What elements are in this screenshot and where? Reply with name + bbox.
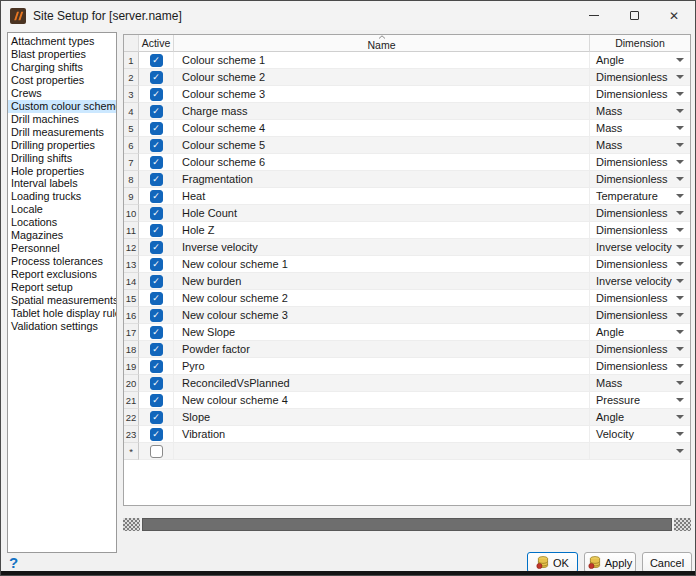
name-cell[interactable] bbox=[174, 443, 590, 460]
checkbox-checked[interactable]: ✓ bbox=[150, 292, 163, 305]
name-cell[interactable]: Colour scheme 4 bbox=[174, 120, 590, 137]
name-cell[interactable]: Hole Z bbox=[174, 222, 590, 239]
header-row-selector[interactable] bbox=[124, 35, 139, 52]
row-header-cell[interactable]: 7 bbox=[124, 154, 139, 171]
name-cell[interactable]: New colour scheme 3 bbox=[174, 307, 590, 324]
dimension-cell[interactable]: Dimensionless bbox=[590, 222, 690, 239]
sidebar-item[interactable]: Drilling properties bbox=[8, 139, 116, 152]
sidebar-item[interactable]: Drilling shifts bbox=[8, 152, 116, 165]
name-cell[interactable]: New colour scheme 2 bbox=[174, 290, 590, 307]
name-cell[interactable]: New colour scheme 1 bbox=[174, 256, 590, 273]
checkbox-checked[interactable]: ✓ bbox=[150, 326, 163, 339]
checkbox-checked[interactable]: ✓ bbox=[150, 411, 163, 424]
dropdown-arrow-icon[interactable] bbox=[676, 347, 684, 351]
checkbox-checked[interactable]: ✓ bbox=[150, 241, 163, 254]
checkbox-checked[interactable]: ✓ bbox=[150, 275, 163, 288]
dropdown-arrow-icon[interactable] bbox=[676, 313, 684, 317]
name-cell[interactable]: Heat bbox=[174, 188, 590, 205]
row-header-cell[interactable]: 14 bbox=[124, 273, 139, 290]
sidebar-item[interactable]: Process tolerances bbox=[8, 255, 116, 268]
close-button[interactable]: ✕ bbox=[654, 1, 694, 30]
row-header-cell[interactable]: 8 bbox=[124, 171, 139, 188]
name-cell[interactable]: Charge mass bbox=[174, 103, 590, 120]
sidebar-item[interactable]: Charging shifts bbox=[8, 61, 116, 74]
scroll-left-button[interactable] bbox=[123, 518, 140, 531]
sidebar-item[interactable]: Cost properties bbox=[8, 74, 116, 87]
dimension-cell[interactable]: Temperature bbox=[590, 188, 690, 205]
dropdown-arrow-icon[interactable] bbox=[676, 364, 684, 368]
dropdown-arrow-icon[interactable] bbox=[676, 177, 684, 181]
name-cell[interactable]: ReconciledVsPlanned bbox=[174, 375, 590, 392]
sidebar-item[interactable]: Report exclusions bbox=[8, 268, 116, 281]
row-header-cell[interactable]: 21 bbox=[124, 392, 139, 409]
checkbox-checked[interactable]: ✓ bbox=[150, 54, 163, 67]
dimension-cell[interactable]: Mass bbox=[590, 137, 690, 154]
row-header-cell[interactable]: 13 bbox=[124, 256, 139, 273]
row-header-cell[interactable]: 20 bbox=[124, 375, 139, 392]
dimension-cell[interactable]: Pressure bbox=[590, 392, 690, 409]
dropdown-arrow-icon[interactable] bbox=[676, 211, 684, 215]
name-cell[interactable]: Pyro bbox=[174, 358, 590, 375]
sidebar-item[interactable]: Tablet hole display rules bbox=[8, 307, 116, 320]
row-header-cell[interactable]: 17 bbox=[124, 324, 139, 341]
checkbox-checked[interactable]: ✓ bbox=[150, 156, 163, 169]
sidebar-item[interactable]: Blast properties bbox=[8, 48, 116, 61]
sidebar-item[interactable]: Interval labels bbox=[8, 177, 116, 190]
checkbox-checked[interactable]: ✓ bbox=[150, 343, 163, 356]
dimension-cell[interactable]: Mass bbox=[590, 375, 690, 392]
dimension-cell[interactable]: Dimensionless bbox=[590, 256, 690, 273]
row-header-cell[interactable]: 18 bbox=[124, 341, 139, 358]
dimension-cell[interactable]: Dimensionless bbox=[590, 86, 690, 103]
sidebar-item[interactable]: Locations bbox=[8, 216, 116, 229]
dropdown-arrow-icon[interactable] bbox=[676, 92, 684, 96]
name-cell[interactable]: New colour scheme 4 bbox=[174, 392, 590, 409]
checkbox-checked[interactable]: ✓ bbox=[150, 309, 163, 322]
sidebar-item[interactable]: Personnel bbox=[8, 242, 116, 255]
row-header-cell[interactable]: 16 bbox=[124, 307, 139, 324]
name-cell[interactable]: Colour scheme 6 bbox=[174, 154, 590, 171]
name-cell[interactable]: Colour scheme 5 bbox=[174, 137, 590, 154]
dimension-cell[interactable]: Dimensionless bbox=[590, 358, 690, 375]
dropdown-arrow-icon[interactable] bbox=[676, 296, 684, 300]
dimension-cell[interactable]: Mass bbox=[590, 103, 690, 120]
dimension-cell[interactable]: Dimensionless bbox=[590, 171, 690, 188]
checkbox-checked[interactable]: ✓ bbox=[150, 377, 163, 390]
dimension-cell[interactable]: Dimensionless bbox=[590, 290, 690, 307]
sidebar-item[interactable]: Loading trucks bbox=[8, 190, 116, 203]
name-cell[interactable]: Colour scheme 1 bbox=[174, 52, 590, 69]
row-header-cell[interactable]: 11 bbox=[124, 222, 139, 239]
name-cell[interactable]: Fragmentation bbox=[174, 171, 590, 188]
checkbox-checked[interactable]: ✓ bbox=[150, 394, 163, 407]
name-cell[interactable]: New Slope bbox=[174, 324, 590, 341]
dropdown-arrow-icon[interactable] bbox=[676, 279, 684, 283]
name-cell[interactable]: Slope bbox=[174, 409, 590, 426]
minimize-button[interactable] bbox=[574, 1, 614, 30]
dropdown-arrow-icon[interactable] bbox=[676, 58, 684, 62]
dropdown-arrow-icon[interactable] bbox=[676, 262, 684, 266]
header-name[interactable]: Name bbox=[174, 35, 590, 52]
maximize-button[interactable] bbox=[614, 1, 654, 30]
header-active[interactable]: Active bbox=[139, 35, 174, 52]
row-header-cell[interactable]: 9 bbox=[124, 188, 139, 205]
dropdown-arrow-icon[interactable] bbox=[676, 143, 684, 147]
sidebar-item[interactable]: Magazines bbox=[8, 229, 116, 242]
sidebar-item[interactable]: Report setup bbox=[8, 281, 116, 294]
sidebar-item[interactable]: Custom colour schemes bbox=[8, 100, 116, 113]
checkbox-checked[interactable]: ✓ bbox=[150, 258, 163, 271]
row-header-cell[interactable]: 3 bbox=[124, 86, 139, 103]
dimension-cell[interactable]: Dimensionless bbox=[590, 154, 690, 171]
dropdown-arrow-icon[interactable] bbox=[676, 194, 684, 198]
dropdown-arrow-icon[interactable] bbox=[676, 245, 684, 249]
help-button[interactable]: ? bbox=[9, 554, 18, 571]
checkbox-unchecked[interactable] bbox=[150, 445, 163, 458]
sidebar-item[interactable]: Drill measurements bbox=[8, 126, 116, 139]
row-header-cell[interactable]: 4 bbox=[124, 103, 139, 120]
name-cell[interactable]: Inverse velocity bbox=[174, 239, 590, 256]
sidebar-item[interactable]: Spatial measurements bbox=[8, 294, 116, 307]
header-dimension[interactable]: Dimension bbox=[590, 35, 690, 52]
checkbox-checked[interactable]: ✓ bbox=[150, 360, 163, 373]
row-header-cell[interactable]: 2 bbox=[124, 69, 139, 86]
name-cell[interactable]: New burden bbox=[174, 273, 590, 290]
checkbox-checked[interactable]: ✓ bbox=[150, 122, 163, 135]
row-header-cell[interactable]: 10 bbox=[124, 205, 139, 222]
